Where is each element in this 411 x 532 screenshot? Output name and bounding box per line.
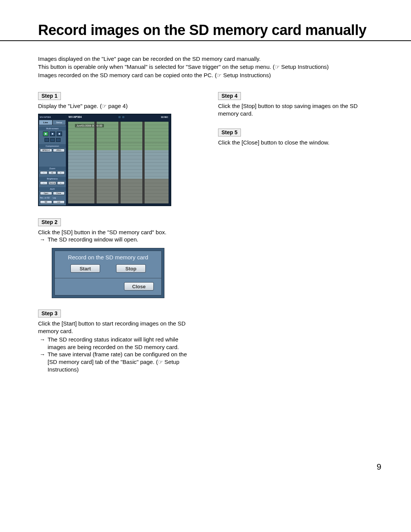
pointer-icon: ☞ [217,72,221,78]
sd-rec-badge: SD REC [161,116,168,118]
multiscreen-icon[interactable] [56,138,61,142]
video-timestamp: Jun/01/2008 00:00:00 [75,124,104,127]
multiscreen-icon[interactable] [45,138,49,142]
step-5-label: Step 5 [218,129,241,137]
arrow-icon: → [40,236,45,243]
intro-line-1: Images displayed on the "Live" page can … [38,55,377,63]
step-2-body: Click the [SD] button in the "SD memory … [38,229,197,244]
group-multiscreen: Multi-screen [39,127,66,130]
left-column: Step 1 Display the "Live" page. (☞ page … [38,92,197,385]
pointer-icon: ☞ [275,64,280,70]
arrow-icon: → [40,336,45,351]
live-model-label: WV-NP304 [39,114,66,120]
live-main-title: WV-NP304 [68,116,82,118]
aux-open-button[interactable]: Open [40,192,52,195]
group-compression: Compression [39,144,66,148]
intro-line-2: This button is operable only when "Manua… [38,63,377,71]
group-aux: AUX [39,187,66,191]
intro-line-3: Images recorded on the SD memory card ca… [38,71,377,79]
stop-button[interactable]: Stop [116,264,146,273]
title-rule [0,40,411,41]
multiscreen-icon[interactable] [57,132,62,136]
group-log: Log [53,197,65,199]
step-1-label: Step 1 [38,92,61,100]
tab-live[interactable]: Live [39,120,53,125]
step-3-label: Step 3 [38,310,61,318]
live-sidebar: WV-NP304 Live Setup Multi-screen [39,114,66,205]
step-1-body: Display the "Live" page. (☞ page 4) [38,102,197,110]
multiscreen-icon[interactable] [50,138,55,142]
sd-button[interactable]: SD [40,200,52,204]
pointer-icon: ☞ [158,359,163,365]
group-brightness: Brightness [39,177,66,181]
log-list-button[interactable]: List [53,200,65,204]
page-title: Record images on the SD memory card manu… [38,0,377,41]
zoom-out-button[interactable]: – [40,171,48,175]
sd-dialog-figure: Record on the SD memory card Start Stop … [52,248,164,298]
step-5-body: Click the [Close] button to close the wi… [218,139,377,146]
step-2-label: Step 2 [38,218,61,226]
group-rec-on-sd: Rec. on SD [40,197,52,199]
arrow-icon: → [40,351,45,373]
page-number: 9 [377,462,381,472]
jpeg-button[interactable]: JPEG [53,149,65,152]
tab-setup[interactable]: Setup [53,120,66,125]
step-5: Step 5 Click the [Close] button to close… [218,129,377,146]
pointer-icon: ☞ [102,103,107,109]
sd-dialog-title: Record on the SD memory card [59,254,158,260]
brightness-up-button[interactable]: + [57,181,65,185]
step-2: Step 2 Click the [SD] button in the "SD … [38,218,197,244]
mic-icon[interactable] [122,116,125,119]
audio-icon[interactable] [118,116,121,119]
multiscreen-icon[interactable] [50,132,55,136]
step-4-label: Step 4 [218,92,241,100]
brightness-normal-button[interactable]: Normal [48,181,56,185]
brightness-down-button[interactable]: – [40,181,48,185]
close-button[interactable]: Close [124,282,154,291]
mpeg4-button[interactable]: MPEG-4 [40,149,52,152]
zoom-x1-button[interactable]: x1 [48,171,56,175]
step-3: Step 3 Click the [Start] button to start… [38,310,197,373]
step-1: Step 1 Display the "Live" page. (☞ page … [38,92,197,110]
multiscreen-icon[interactable] [43,132,48,136]
aux-close-button[interactable]: Close [53,192,65,195]
intro-block: Images displayed on the "Live" page can … [38,55,377,79]
live-video-area: Jun/01/2008 00:00:00 [68,121,169,204]
step-3-body: Click the [Start] button to start record… [38,320,197,373]
step-4: Step 4 Click the [Stop] button to stop s… [218,92,377,118]
step-4-body: Click the [Stop] button to stop saving i… [218,102,377,118]
live-page-figure: WV-NP304 Live Setup Multi-screen [38,114,171,206]
start-button[interactable]: Start [70,264,100,273]
right-column: Step 4 Click the [Stop] button to stop s… [218,92,377,385]
zoom-in-button[interactable]: + [57,171,65,175]
group-zoom: Zoom [39,167,66,170]
